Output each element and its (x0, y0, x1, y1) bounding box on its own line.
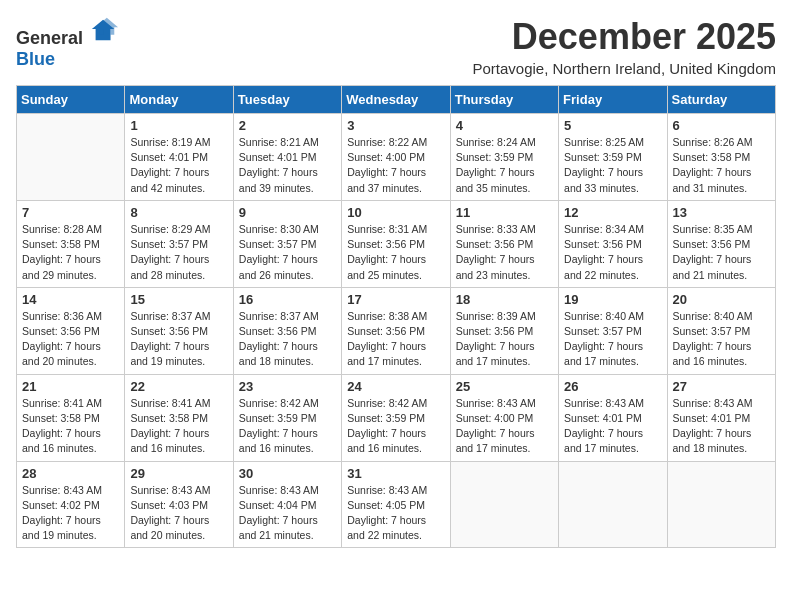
day-number: 19 (564, 292, 661, 307)
calendar-cell: 13Sunrise: 8:35 AM Sunset: 3:56 PM Dayli… (667, 200, 775, 287)
day-info: Sunrise: 8:34 AM Sunset: 3:56 PM Dayligh… (564, 222, 661, 283)
day-info: Sunrise: 8:38 AM Sunset: 3:56 PM Dayligh… (347, 309, 444, 370)
calendar-cell (667, 461, 775, 548)
calendar-week-row: 28Sunrise: 8:43 AM Sunset: 4:02 PM Dayli… (17, 461, 776, 548)
calendar-cell: 6Sunrise: 8:26 AM Sunset: 3:58 PM Daylig… (667, 114, 775, 201)
calendar-cell: 7Sunrise: 8:28 AM Sunset: 3:58 PM Daylig… (17, 200, 125, 287)
day-info: Sunrise: 8:41 AM Sunset: 3:58 PM Dayligh… (130, 396, 227, 457)
calendar-cell: 27Sunrise: 8:43 AM Sunset: 4:01 PM Dayli… (667, 374, 775, 461)
day-info: Sunrise: 8:30 AM Sunset: 3:57 PM Dayligh… (239, 222, 336, 283)
calendar-cell: 29Sunrise: 8:43 AM Sunset: 4:03 PM Dayli… (125, 461, 233, 548)
calendar: SundayMondayTuesdayWednesdayThursdayFrid… (16, 85, 776, 548)
day-number: 28 (22, 466, 119, 481)
day-number: 1 (130, 118, 227, 133)
day-number: 4 (456, 118, 553, 133)
day-info: Sunrise: 8:43 AM Sunset: 4:05 PM Dayligh… (347, 483, 444, 544)
day-info: Sunrise: 8:37 AM Sunset: 3:56 PM Dayligh… (130, 309, 227, 370)
day-info: Sunrise: 8:41 AM Sunset: 3:58 PM Dayligh… (22, 396, 119, 457)
calendar-cell: 9Sunrise: 8:30 AM Sunset: 3:57 PM Daylig… (233, 200, 341, 287)
day-number: 18 (456, 292, 553, 307)
day-number: 11 (456, 205, 553, 220)
day-number: 6 (673, 118, 770, 133)
calendar-week-row: 1Sunrise: 8:19 AM Sunset: 4:01 PM Daylig… (17, 114, 776, 201)
day-info: Sunrise: 8:37 AM Sunset: 3:56 PM Dayligh… (239, 309, 336, 370)
day-number: 24 (347, 379, 444, 394)
month-title: December 2025 (472, 16, 776, 58)
day-info: Sunrise: 8:19 AM Sunset: 4:01 PM Dayligh… (130, 135, 227, 196)
day-info: Sunrise: 8:43 AM Sunset: 4:01 PM Dayligh… (673, 396, 770, 457)
day-info: Sunrise: 8:25 AM Sunset: 3:59 PM Dayligh… (564, 135, 661, 196)
day-number: 27 (673, 379, 770, 394)
day-number: 20 (673, 292, 770, 307)
day-number: 30 (239, 466, 336, 481)
day-info: Sunrise: 8:43 AM Sunset: 4:00 PM Dayligh… (456, 396, 553, 457)
day-info: Sunrise: 8:36 AM Sunset: 3:56 PM Dayligh… (22, 309, 119, 370)
day-number: 7 (22, 205, 119, 220)
weekday-header: Sunday (17, 86, 125, 114)
day-number: 10 (347, 205, 444, 220)
day-info: Sunrise: 8:26 AM Sunset: 3:58 PM Dayligh… (673, 135, 770, 196)
calendar-cell: 20Sunrise: 8:40 AM Sunset: 3:57 PM Dayli… (667, 287, 775, 374)
day-number: 16 (239, 292, 336, 307)
day-info: Sunrise: 8:29 AM Sunset: 3:57 PM Dayligh… (130, 222, 227, 283)
day-info: Sunrise: 8:35 AM Sunset: 3:56 PM Dayligh… (673, 222, 770, 283)
weekday-header: Friday (559, 86, 667, 114)
day-number: 21 (22, 379, 119, 394)
day-number: 13 (673, 205, 770, 220)
day-number: 29 (130, 466, 227, 481)
day-number: 8 (130, 205, 227, 220)
calendar-cell: 18Sunrise: 8:39 AM Sunset: 3:56 PM Dayli… (450, 287, 558, 374)
calendar-cell: 15Sunrise: 8:37 AM Sunset: 3:56 PM Dayli… (125, 287, 233, 374)
calendar-cell: 25Sunrise: 8:43 AM Sunset: 4:00 PM Dayli… (450, 374, 558, 461)
day-info: Sunrise: 8:42 AM Sunset: 3:59 PM Dayligh… (347, 396, 444, 457)
location-subtitle: Portavogie, Northern Ireland, United Kin… (472, 60, 776, 77)
day-number: 17 (347, 292, 444, 307)
day-number: 25 (456, 379, 553, 394)
day-info: Sunrise: 8:40 AM Sunset: 3:57 PM Dayligh… (673, 309, 770, 370)
day-number: 23 (239, 379, 336, 394)
day-info: Sunrise: 8:39 AM Sunset: 3:56 PM Dayligh… (456, 309, 553, 370)
day-number: 26 (564, 379, 661, 394)
calendar-cell: 5Sunrise: 8:25 AM Sunset: 3:59 PM Daylig… (559, 114, 667, 201)
calendar-cell: 31Sunrise: 8:43 AM Sunset: 4:05 PM Dayli… (342, 461, 450, 548)
calendar-week-row: 14Sunrise: 8:36 AM Sunset: 3:56 PM Dayli… (17, 287, 776, 374)
weekday-header: Tuesday (233, 86, 341, 114)
day-number: 3 (347, 118, 444, 133)
day-info: Sunrise: 8:28 AM Sunset: 3:58 PM Dayligh… (22, 222, 119, 283)
calendar-cell: 19Sunrise: 8:40 AM Sunset: 3:57 PM Dayli… (559, 287, 667, 374)
day-info: Sunrise: 8:43 AM Sunset: 4:03 PM Dayligh… (130, 483, 227, 544)
weekday-header: Saturday (667, 86, 775, 114)
calendar-cell (559, 461, 667, 548)
day-number: 22 (130, 379, 227, 394)
day-info: Sunrise: 8:22 AM Sunset: 4:00 PM Dayligh… (347, 135, 444, 196)
calendar-cell: 24Sunrise: 8:42 AM Sunset: 3:59 PM Dayli… (342, 374, 450, 461)
calendar-cell: 21Sunrise: 8:41 AM Sunset: 3:58 PM Dayli… (17, 374, 125, 461)
logo: General Blue (16, 16, 118, 70)
day-number: 2 (239, 118, 336, 133)
day-number: 12 (564, 205, 661, 220)
calendar-week-row: 7Sunrise: 8:28 AM Sunset: 3:58 PM Daylig… (17, 200, 776, 287)
calendar-cell: 30Sunrise: 8:43 AM Sunset: 4:04 PM Dayli… (233, 461, 341, 548)
calendar-cell: 10Sunrise: 8:31 AM Sunset: 3:56 PM Dayli… (342, 200, 450, 287)
calendar-cell (450, 461, 558, 548)
calendar-cell: 23Sunrise: 8:42 AM Sunset: 3:59 PM Dayli… (233, 374, 341, 461)
calendar-cell: 4Sunrise: 8:24 AM Sunset: 3:59 PM Daylig… (450, 114, 558, 201)
day-number: 9 (239, 205, 336, 220)
calendar-week-row: 21Sunrise: 8:41 AM Sunset: 3:58 PM Dayli… (17, 374, 776, 461)
day-info: Sunrise: 8:33 AM Sunset: 3:56 PM Dayligh… (456, 222, 553, 283)
day-info: Sunrise: 8:43 AM Sunset: 4:01 PM Dayligh… (564, 396, 661, 457)
calendar-cell: 3Sunrise: 8:22 AM Sunset: 4:00 PM Daylig… (342, 114, 450, 201)
logo-general: General (16, 28, 83, 48)
calendar-cell: 12Sunrise: 8:34 AM Sunset: 3:56 PM Dayli… (559, 200, 667, 287)
day-info: Sunrise: 8:31 AM Sunset: 3:56 PM Dayligh… (347, 222, 444, 283)
day-info: Sunrise: 8:42 AM Sunset: 3:59 PM Dayligh… (239, 396, 336, 457)
day-number: 14 (22, 292, 119, 307)
weekday-header: Thursday (450, 86, 558, 114)
weekday-header: Monday (125, 86, 233, 114)
calendar-cell: 26Sunrise: 8:43 AM Sunset: 4:01 PM Dayli… (559, 374, 667, 461)
page-header: General Blue December 2025 Portavogie, N… (16, 16, 776, 77)
day-info: Sunrise: 8:43 AM Sunset: 4:04 PM Dayligh… (239, 483, 336, 544)
calendar-cell: 2Sunrise: 8:21 AM Sunset: 4:01 PM Daylig… (233, 114, 341, 201)
calendar-cell: 28Sunrise: 8:43 AM Sunset: 4:02 PM Dayli… (17, 461, 125, 548)
calendar-cell (17, 114, 125, 201)
